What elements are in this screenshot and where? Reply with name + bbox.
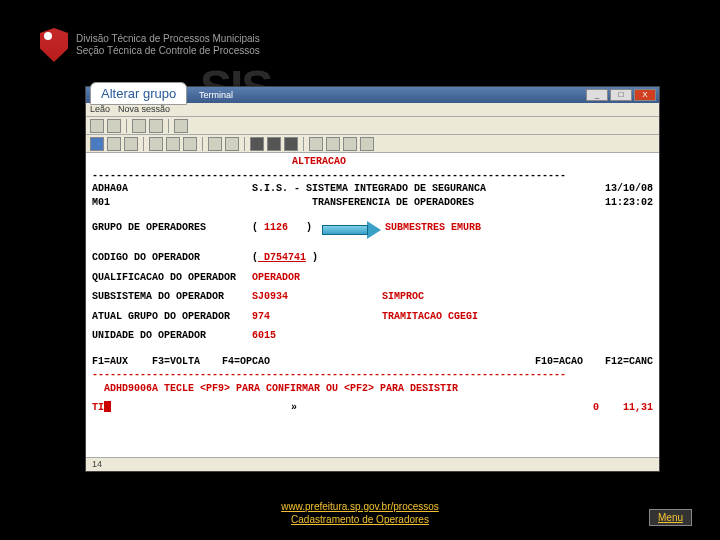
divider: ----------------------------------------… <box>92 169 653 183</box>
screen-id: ADHA0A <box>92 182 252 196</box>
tool-icon[interactable] <box>326 137 340 151</box>
window-controls: _ □ X <box>586 89 656 101</box>
mode-label: ALTERACAO <box>292 155 346 169</box>
menubar[interactable]: Leão Nova sessão <box>86 103 659 117</box>
paren-close: ) <box>306 251 318 265</box>
tool-icon[interactable] <box>90 119 104 133</box>
fkey: F12=CANC <box>605 355 653 369</box>
tool-icon[interactable] <box>309 137 323 151</box>
time: 11:23:02 <box>605 196 653 210</box>
tool-icon[interactable] <box>132 119 146 133</box>
grupo-input[interactable]: 1126 <box>258 221 288 239</box>
footer-links: www.prefeitura.sp.gov.br/processos Cadas… <box>0 500 720 526</box>
shield-icon <box>40 28 68 62</box>
separator <box>202 137 203 151</box>
confirm-message: ADHD9006A TECLE <PF9> PARA CONFIRMAR OU … <box>92 382 653 396</box>
tool-icon[interactable] <box>107 137 121 151</box>
zero: 0 <box>593 401 623 415</box>
subsis-desc: SIMPROC <box>382 290 424 304</box>
minimize-button[interactable]: _ <box>586 89 608 101</box>
toolbar-secondary <box>86 135 659 153</box>
arrows: » <box>291 401 297 415</box>
fkey: F4=OPCAO <box>222 355 302 369</box>
subsis-value: SJ0934 <box>252 290 382 304</box>
field-label: SUBSISTEMA DO OPERADOR <box>92 290 252 304</box>
tool-icon[interactable] <box>166 137 180 151</box>
menu-button[interactable]: Menu <box>649 509 692 526</box>
tool-icon[interactable] <box>225 137 239 151</box>
tool-icon[interactable] <box>149 119 163 133</box>
field-label: ATUAL GRUPO DO OPERADOR <box>92 310 252 324</box>
field-label: GRUPO DE OPERADORES <box>92 221 252 239</box>
tool-icon[interactable] <box>174 119 188 133</box>
tool-icon[interactable] <box>149 137 163 151</box>
arrow-icon <box>322 221 381 239</box>
toolbar-primary <box>86 117 659 135</box>
system-title: S.I.S. - SISTEMA INTEGRADO DE SEGURANCA <box>252 182 486 196</box>
unidade-value: 6015 <box>252 329 276 343</box>
tool-icon[interactable] <box>284 137 298 151</box>
separator <box>126 119 127 133</box>
atual-value: 974 <box>252 310 382 324</box>
date: 13/10/08 <box>605 182 653 196</box>
separator <box>303 137 304 151</box>
tool-icon[interactable] <box>343 137 357 151</box>
terminal-window: Terminal _ □ X Leão Nova sessão <box>85 86 660 472</box>
divider: ----------------------------------------… <box>92 368 653 382</box>
maximize-button[interactable]: □ <box>610 89 632 101</box>
app-header: Divisão Técnica de Processos Municipais … <box>40 28 260 62</box>
tool-icon[interactable] <box>124 137 138 151</box>
menu-item[interactable]: Nova sessão <box>118 104 170 115</box>
m01: M01 <box>92 196 252 210</box>
field-label: UNIDADE DO OPERADOR <box>92 329 252 343</box>
header-line1: Divisão Técnica de Processos Municipais <box>76 33 260 45</box>
fkey: F10=ACAO <box>535 355 605 369</box>
window-title: Terminal <box>199 90 233 100</box>
menu-item[interactable]: Leão <box>90 104 110 115</box>
separator <box>143 137 144 151</box>
tab-alterar-grupo[interactable]: Alterar grupo <box>90 82 187 105</box>
atual-desc: TRAMITACAO CGEGI <box>382 310 478 324</box>
fkey: F1=AUX <box>92 355 152 369</box>
tool-icon[interactable] <box>183 137 197 151</box>
header-line2: Seção Técnica de Controle de Processos <box>76 45 260 57</box>
statusbar: 14 <box>86 457 659 471</box>
tool-icon[interactable] <box>267 137 281 151</box>
footer-link-url[interactable]: www.prefeitura.sp.gov.br/processos <box>0 500 720 513</box>
header-text: Divisão Técnica de Processos Municipais … <box>76 33 260 57</box>
field-label: CODIGO DO OPERADOR <box>92 251 252 265</box>
footer-link-cadastro[interactable]: Cadastramento de Operadores <box>0 513 720 526</box>
codigo-input[interactable]: D754741 <box>258 251 306 265</box>
tool-icon[interactable] <box>208 137 222 151</box>
tool-icon[interactable] <box>250 137 264 151</box>
field-label: QUALIFICACAO DO OPERADOR <box>92 271 252 285</box>
tool-icon[interactable] <box>90 137 104 151</box>
separator <box>168 119 169 133</box>
cursor-pos: 11,31 <box>623 401 653 415</box>
ti-label: TI <box>92 401 104 415</box>
grupo-desc: SUBMESTRES EMURB <box>385 221 481 239</box>
tool-icon[interactable] <box>107 119 121 133</box>
cursor-icon <box>104 401 111 412</box>
qualif-value: OPERADOR <box>252 271 300 285</box>
tool-icon[interactable] <box>360 137 374 151</box>
close-button[interactable]: X <box>634 89 656 101</box>
system-subtitle: TRANSFERENCIA DE OPERADORES <box>312 196 474 210</box>
separator <box>244 137 245 151</box>
status-num: 14 <box>92 459 102 469</box>
paren-close: ) <box>288 221 312 239</box>
terminal-body[interactable]: ALTERACAO ------------------------------… <box>86 153 659 417</box>
fkey: F3=VOLTA <box>152 355 222 369</box>
